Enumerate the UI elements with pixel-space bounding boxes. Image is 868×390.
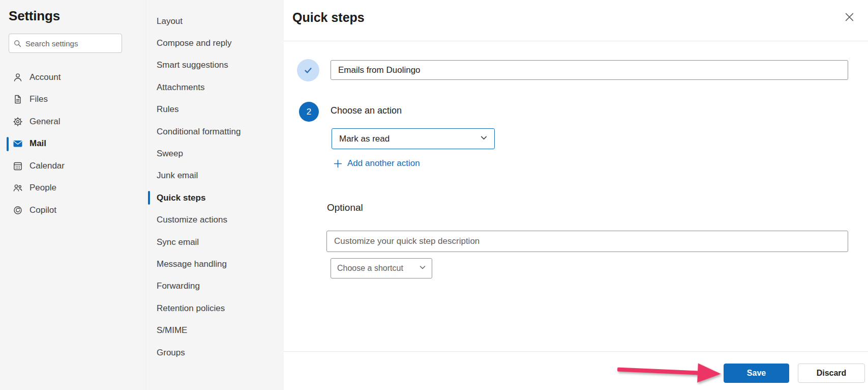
quick-step-name-input[interactable] xyxy=(331,60,848,80)
sidebar-item-label: General xyxy=(29,117,60,127)
save-button[interactable]: Save xyxy=(724,364,789,383)
category-label: Customize actions xyxy=(157,215,227,225)
settings-sidebar: Settings Account Files General Mail xyxy=(0,0,146,390)
sidebar-item-label: Mail xyxy=(29,138,46,149)
step2-number-badge: 2 xyxy=(299,102,319,122)
category-label: Forwarding xyxy=(157,281,200,291)
settings-dialog: Settings Account Files General Mail xyxy=(0,0,868,390)
panel-title: Quick steps xyxy=(292,10,365,25)
step2-number: 2 xyxy=(307,107,311,117)
sidebar-item-copilot[interactable]: Copilot xyxy=(0,199,146,221)
category-label: Smart suggestions xyxy=(157,60,228,70)
category-junk-email[interactable]: Junk email xyxy=(147,165,284,187)
category-attachments[interactable]: Attachments xyxy=(147,76,284,98)
category-rules[interactable]: Rules xyxy=(147,99,284,121)
category-smime[interactable]: S/MIME xyxy=(147,319,284,341)
category-compose-and-reply[interactable]: Compose and reply xyxy=(147,32,284,54)
category-retention-policies[interactable]: Retention policies xyxy=(147,297,284,319)
category-label: Groups xyxy=(157,348,185,358)
category-label: Message handling xyxy=(157,259,227,269)
category-label: Compose and reply xyxy=(157,38,231,48)
calendar-icon xyxy=(13,161,23,171)
chevron-down-icon xyxy=(418,263,427,273)
shortcut-dropdown[interactable]: Choose a shortcut xyxy=(331,258,432,278)
category-smart-suggestions[interactable]: Smart suggestions xyxy=(147,54,284,76)
search-input[interactable] xyxy=(25,39,117,48)
check-icon xyxy=(303,65,314,76)
action-dropdown[interactable]: Mark as read xyxy=(332,128,495,149)
people-icon xyxy=(13,183,23,193)
sidebar-item-files[interactable]: Files xyxy=(0,89,146,111)
header-divider xyxy=(284,41,868,41)
category-label: Attachments xyxy=(157,82,205,93)
selection-indicator xyxy=(7,137,9,151)
mail-settings-categories: Layout Compose and reply Smart suggestio… xyxy=(147,0,284,390)
copilot-icon xyxy=(13,205,23,215)
choose-action-label: Choose an action xyxy=(331,105,402,116)
chevron-down-icon xyxy=(480,133,488,145)
category-label: Quick steps xyxy=(157,193,205,203)
sidebar-item-calendar[interactable]: Calendar xyxy=(0,155,146,177)
category-sweep[interactable]: Sweep xyxy=(147,143,284,164)
sidebar-item-label: Account xyxy=(29,72,61,82)
mail-icon xyxy=(13,138,23,149)
sidebar-item-label: Calendar xyxy=(29,161,65,171)
category-sync-email[interactable]: Sync email xyxy=(147,231,284,253)
footer-divider xyxy=(284,351,868,352)
close-button[interactable] xyxy=(843,10,856,23)
search-settings-box[interactable] xyxy=(9,34,122,53)
category-groups[interactable]: Groups xyxy=(147,342,284,364)
sidebar-item-account[interactable]: Account xyxy=(0,66,146,89)
category-label: Retention policies xyxy=(157,303,225,314)
category-message-handling[interactable]: Message handling xyxy=(147,253,284,275)
search-icon xyxy=(13,39,22,48)
category-list: Layout Compose and reply Smart suggestio… xyxy=(147,10,284,364)
quick-steps-panel: Quick steps 2 Choose an action Mark as r… xyxy=(284,0,868,390)
file-icon xyxy=(13,94,23,104)
shortcut-dropdown-value: Choose a shortcut xyxy=(337,264,403,273)
add-another-action-label: Add another action xyxy=(347,158,420,169)
sidebar-item-label: People xyxy=(29,183,56,193)
category-label: Sweep xyxy=(157,149,183,159)
step1-completed-badge xyxy=(297,59,319,81)
category-forwarding[interactable]: Forwarding xyxy=(147,275,284,297)
selection-indicator xyxy=(148,191,150,205)
category-label: Rules xyxy=(157,104,178,115)
gear-icon xyxy=(13,117,23,127)
description-input[interactable] xyxy=(326,231,848,252)
category-label: Conditional formatting xyxy=(157,127,241,137)
category-customize-actions[interactable]: Customize actions xyxy=(147,209,284,231)
action-dropdown-value: Mark as read xyxy=(339,134,390,144)
optional-heading: Optional xyxy=(327,202,363,213)
category-label: Layout xyxy=(157,16,183,26)
close-icon xyxy=(844,12,855,22)
sidebar-item-label: Copilot xyxy=(29,205,56,215)
sidebar-item-general[interactable]: General xyxy=(0,110,146,133)
category-label: Junk email xyxy=(157,171,198,181)
category-label: Sync email xyxy=(157,237,199,247)
category-conditional-formatting[interactable]: Conditional formatting xyxy=(147,121,284,143)
discard-button[interactable]: Discard xyxy=(798,364,865,383)
person-icon xyxy=(13,72,23,82)
sidebar-item-people[interactable]: People xyxy=(0,177,146,200)
category-quick-steps[interactable]: Quick steps xyxy=(147,187,284,209)
plus-icon xyxy=(334,159,342,168)
add-another-action-link[interactable]: Add another action xyxy=(334,156,420,171)
sidebar-item-label: Files xyxy=(29,94,48,104)
category-label: S/MIME xyxy=(157,325,187,336)
category-layout[interactable]: Layout xyxy=(147,10,284,32)
sidebar-item-mail[interactable]: Mail xyxy=(0,133,146,155)
sidebar-nav: Account Files General Mail Calendar xyxy=(0,66,146,221)
settings-title: Settings xyxy=(9,8,60,24)
